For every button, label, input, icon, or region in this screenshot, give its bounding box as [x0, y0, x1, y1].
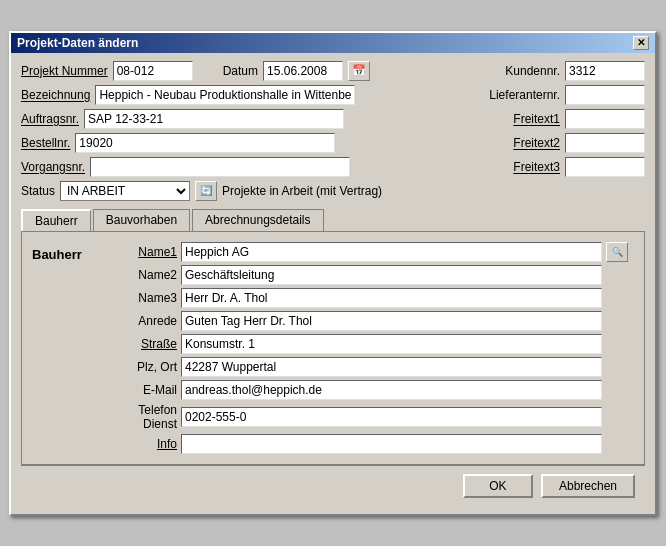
email-label: E-Mail	[102, 383, 177, 397]
status-description: Projekte in Arbeit (mit Vertrag)	[222, 184, 382, 198]
bottom-bar: OK Abbrechen	[21, 465, 645, 506]
projekt-nummer-input[interactable]	[113, 61, 193, 81]
status-select[interactable]: IN ARBEIT	[60, 181, 190, 201]
name2-label: Name2	[102, 268, 177, 282]
ok-button[interactable]: OK	[463, 474, 533, 498]
status-label: Status	[21, 184, 55, 198]
info-label: Info	[102, 437, 177, 451]
strasse-label: Straße	[102, 337, 177, 351]
lieferanternr-input[interactable]	[565, 85, 645, 105]
lieferanternr-label: Lieferanternr.	[489, 88, 560, 102]
dialog-content: Projekt Nummer Datum 📅 Kundennr. Bezeich…	[11, 53, 655, 514]
strasse-input[interactable]	[181, 334, 602, 354]
dialog-title: Projekt-Daten ändern	[17, 36, 138, 50]
bezeichnung-label: Bezeichnung	[21, 88, 90, 102]
anrede-input[interactable]	[181, 311, 602, 331]
freitext1-input[interactable]	[565, 109, 645, 129]
cancel-button[interactable]: Abbrechen	[541, 474, 635, 498]
status-refresh-button[interactable]: 🔄	[195, 181, 217, 201]
tab-content: Bauherr Name1 🔍 Name2 Name3	[21, 231, 645, 465]
tab-bauherr[interactable]: Bauherr	[21, 209, 91, 231]
name1-label: Name1	[102, 245, 177, 259]
tabs-bar: Bauherr Bauvorhaben Abrechnungsdetails	[21, 209, 645, 231]
freitext2-input[interactable]	[565, 133, 645, 153]
plz-ort-label: Plz, Ort	[102, 360, 177, 374]
close-button[interactable]: ✕	[633, 36, 649, 50]
title-bar: Projekt-Daten ändern ✕	[11, 33, 655, 53]
kundennr-label: Kundennr.	[505, 64, 560, 78]
vorgangsnr-label: Vorgangsnr.	[21, 160, 85, 174]
tab-bauvorhaben[interactable]: Bauvorhaben	[93, 209, 190, 231]
plz-ort-input[interactable]	[181, 357, 602, 377]
name3-input[interactable]	[181, 288, 602, 308]
dialog-window: Projekt-Daten ändern ✕ Projekt Nummer Da…	[9, 31, 657, 516]
auftragsnr-input[interactable]	[84, 109, 344, 129]
info-input[interactable]	[181, 434, 602, 454]
datum-label: Datum	[223, 64, 258, 78]
name1-lookup-button[interactable]: 🔍	[606, 242, 628, 262]
freitext2-label: Freitext2	[513, 136, 560, 150]
name3-label: Name3	[102, 291, 177, 305]
bezeichnung-input[interactable]	[95, 85, 355, 105]
projekt-nummer-label: Projekt Nummer	[21, 64, 108, 78]
freitext3-input[interactable]	[565, 157, 645, 177]
calendar-button[interactable]: 📅	[348, 61, 370, 81]
telefon-label: Telefon Dienst	[102, 403, 177, 431]
freitext3-label: Freitext3	[513, 160, 560, 174]
bestellnr-label: Bestellnr.	[21, 136, 70, 150]
kundennr-input[interactable]	[565, 61, 645, 81]
bauherr-section-label: Bauherr	[32, 247, 82, 262]
telefon-input[interactable]	[181, 407, 602, 427]
anrede-label: Anrede	[102, 314, 177, 328]
vorgangsnr-input[interactable]	[90, 157, 350, 177]
email-input[interactable]	[181, 380, 602, 400]
auftragsnr-label: Auftragsnr.	[21, 112, 79, 126]
bestellnr-input[interactable]	[75, 133, 335, 153]
datum-input[interactable]	[263, 61, 343, 81]
name2-input[interactable]	[181, 265, 602, 285]
freitext1-label: Freitext1	[513, 112, 560, 126]
name1-input[interactable]	[181, 242, 602, 262]
tab-abrechnungsdetails[interactable]: Abrechnungsdetails	[192, 209, 323, 231]
